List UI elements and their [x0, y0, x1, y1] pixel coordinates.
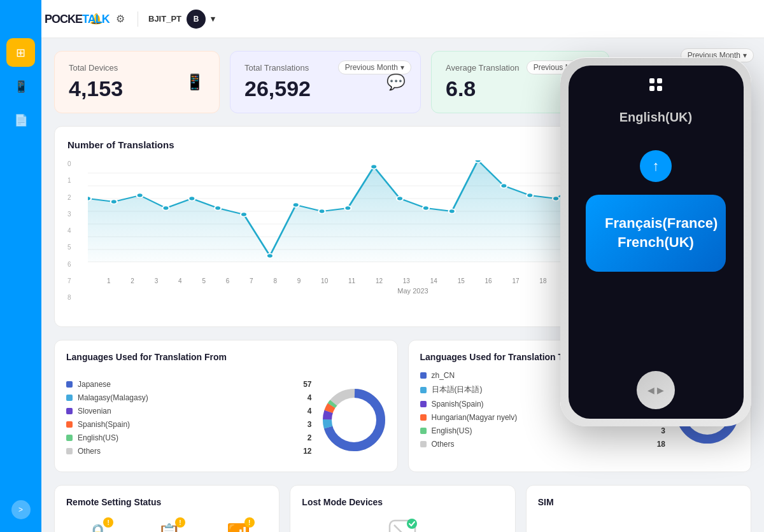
list-item: Others 18: [420, 440, 666, 449]
sidebar: ⊞ 📱 📄 >: [0, 0, 41, 532]
list-item: Hungarian(Magyar nyelv) 4: [420, 413, 666, 422]
sidebar-item-devices[interactable]: 📱: [6, 72, 35, 101]
svg-point-18: [318, 209, 325, 214]
languages-to-card: Languages Used for Translation To zh_CN …: [408, 340, 752, 472]
svg-point-26: [527, 193, 533, 198]
remote-items: 🔒 ! Partially Set Data Protection 📋 ! Pa…: [66, 517, 267, 532]
warning-badge: !: [244, 517, 255, 528]
reports-icon: 📄: [14, 113, 28, 127]
remote-setting-title: Remote Setting Status: [66, 497, 267, 507]
svg-point-22: [423, 206, 429, 211]
svg-point-10: [111, 200, 117, 204]
list-item: 日本語(日本語) 6: [420, 384, 666, 395]
svg-point-9: [88, 197, 91, 201]
devices-icon: 📱: [14, 80, 28, 94]
remote-item-wifi: 📶 ! Partially Set Wi-Fi Settings: [217, 517, 260, 532]
sim-title: SIM: [538, 497, 739, 507]
translations-stat-icon: 💬: [383, 69, 409, 95]
x-axis-labels: 12345 678910 1112131415 1617181920 21222…: [88, 275, 738, 284]
list-item: Others 12: [66, 447, 312, 456]
svg-point-31: [656, 254, 663, 258]
header: POCKETALK 🔔 ⚙ BJIT_PT B ▾: [0, 0, 764, 38]
svg-point-17: [293, 203, 299, 207]
svg-point-30: [631, 254, 637, 258]
sidebar-item-dashboard[interactable]: ⊞: [6, 38, 35, 67]
languages-from-list: Japanese 57 Malagasy(Malagasy) 4 Sloveni…: [66, 380, 312, 460]
languages-from-card: Languages Used for Translation From Prev…: [54, 340, 398, 472]
svg-point-19: [344, 206, 351, 211]
username: BJIT_PT: [148, 14, 181, 24]
expand-icon: >: [18, 505, 23, 514]
svg-point-25: [500, 184, 507, 188]
list-item: zh_CN 47: [420, 371, 666, 380]
dashboard-icon: ⊞: [16, 46, 25, 60]
svg-point-28: [579, 181, 585, 185]
lost-mode-content: No Lost Devices: [302, 517, 503, 532]
languages-to-donut: [676, 381, 739, 444]
chevron-down-icon: ▾: [211, 14, 215, 24]
total-translations-card: Previous Month ▾ Total Translations 26,5…: [230, 51, 421, 113]
sidebar-item-reports[interactable]: 📄: [6, 106, 35, 134]
lost-mode-card: Lost Mode Devices No Lost Devices: [290, 485, 515, 532]
svg-point-13: [188, 197, 195, 201]
x-axis-title: May 2023: [88, 287, 738, 295]
stat-cards-row: Total Devices 4,153 📱 Previous Month ▾ T…: [54, 51, 751, 113]
list-item: Spanish(Spain) 3: [66, 420, 312, 429]
svg-point-20: [371, 165, 377, 169]
svg-point-24: [474, 160, 481, 163]
svg-point-23: [449, 209, 455, 214]
languages-from-content: Japanese 57 Malagasy(Malagasy) 4 Sloveni…: [66, 380, 386, 460]
warning-badge: !: [175, 517, 185, 528]
sidebar-expand-button[interactable]: >: [11, 500, 31, 519]
y-axis-labels: 8 7 6 5 4 3 2 1 0: [67, 160, 71, 301]
svg-point-12: [162, 206, 169, 211]
average-translation-card: Previous Month ▾ Average Translation 6.8…: [431, 51, 609, 113]
languages-to-title: Languages Used for Translation To: [420, 352, 740, 362]
list-item: English(US) 3: [420, 426, 666, 435]
svg-point-46: [685, 390, 730, 435]
chart-section: Number of Translations 8 7 6 5 4 3 2 1 0: [54, 126, 751, 327]
bottom-row: Remote Setting Status 🔒 ! Partially Set …: [54, 485, 751, 532]
data-protection-icon-wrap: 🔒 !: [81, 517, 113, 532]
svg-point-32: [683, 248, 689, 252]
header-divider: [138, 11, 138, 27]
total-devices-card: Total Devices 4,153 📱: [54, 51, 220, 113]
list-item: Japanese 57: [66, 380, 312, 389]
chart-wrapper: 8 7 6 5 4 3 2 1 0: [67, 160, 738, 314]
svg-point-29: [605, 187, 611, 192]
svg-point-40: [332, 398, 376, 442]
logo: POCKETALK: [45, 12, 110, 25]
svg-point-11: [137, 193, 143, 198]
list-item: Spanish(Spain) 4: [420, 400, 666, 409]
list-item: English(US) 2: [66, 433, 312, 442]
list-item: Malagasy(Malagasy) 4: [66, 393, 312, 402]
languages-to-content: zh_CN 47 日本語(日本語) 6 Spanish(Spain) 4 Hun…: [420, 371, 740, 453]
feature-limit-icon-wrap: 📋 !: [153, 517, 185, 532]
warning-badge: !: [103, 517, 113, 528]
main-content: Total Devices 4,153 📱 Previous Month ▾ T…: [41, 38, 764, 532]
average-stat-icon: 📊: [572, 69, 597, 95]
languages-row: Languages Used for Translation From Prev…: [54, 340, 751, 472]
svg-point-15: [241, 213, 247, 217]
remote-setting-card: Remote Setting Status 🔒 ! Partially Set …: [54, 485, 279, 532]
languages-from-prev-month-btn[interactable]: Previous Month ▾: [681, 48, 754, 62]
wifi-icon-wrap: 📶 !: [223, 517, 255, 532]
user-menu[interactable]: BJIT_PT B ▾: [148, 10, 215, 29]
settings-icon[interactable]: ⚙: [113, 12, 127, 26]
lang-from-prev-month-label: Previous Month: [688, 51, 740, 60]
svg-point-49: [407, 519, 417, 529]
list-item: Slovenian 4: [66, 407, 312, 416]
languages-to-list: zh_CN 47 日本語(日本語) 6 Spanish(Spain) 4 Hun…: [420, 371, 666, 453]
svg-point-21: [397, 197, 403, 201]
remote-item-feature-limit: 📋 ! Partially Set Feature Limit: [149, 517, 190, 532]
remote-item-data-protection: 🔒 ! Partially Set Data Protection: [73, 517, 122, 532]
svg-point-16: [267, 254, 273, 258]
line-chart: [88, 160, 738, 275]
svg-point-14: [215, 206, 221, 211]
sim-card: SIM: [526, 485, 751, 532]
no-lost-devices-icon: [386, 517, 418, 533]
lost-mode-title: Lost Mode Devices: [302, 497, 503, 507]
svg-point-27: [553, 197, 559, 201]
avatar: B: [187, 10, 206, 29]
languages-from-donut: [322, 388, 386, 452]
